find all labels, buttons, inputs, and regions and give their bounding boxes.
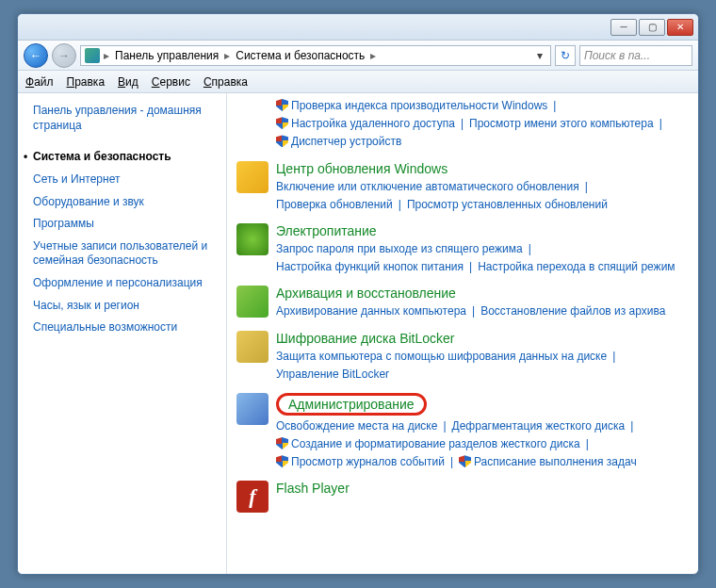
shield-icon — [459, 455, 471, 467]
sidebar-home[interactable]: Панель управления - домашняя страница — [33, 103, 222, 133]
link[interactable]: Просмотр журналов событий — [276, 453, 445, 471]
link[interactable]: Просмотр установленных обновлений — [407, 196, 608, 214]
category: fFlash Player — [236, 481, 689, 513]
link[interactable]: Освобождение места на диске — [276, 417, 437, 435]
link[interactable]: Настройка перехода в спящий режим — [478, 258, 675, 276]
breadcrumb-section[interactable]: Система и безопасность — [234, 49, 366, 62]
menu-tools[interactable]: Сервис — [152, 75, 190, 89]
category-title[interactable]: Flash Player — [276, 481, 689, 496]
chevron-icon[interactable]: ▸ — [102, 49, 111, 62]
breadcrumb-root[interactable]: Панель управления — [113, 49, 220, 62]
shield-icon — [276, 99, 288, 111]
category-links: Включение или отключение автоматического… — [276, 178, 689, 214]
category-title[interactable]: Архивация и восстановление — [276, 286, 689, 301]
sidebar-item[interactable]: Система и безопасность — [33, 146, 222, 169]
ic-flash-icon: f — [236, 481, 268, 513]
search-input[interactable]: Поиск в па... — [579, 45, 692, 66]
body: Панель управления - домашняя страница Си… — [18, 93, 698, 574]
sidebar-item[interactable]: Сеть и Интернет — [33, 169, 222, 191]
category-title[interactable]: Шифрование диска BitLocker — [276, 331, 689, 346]
window: ─ ▢ ✕ ← → ▸ Панель управления ▸ Система … — [17, 13, 699, 575]
link[interactable]: Просмотр имени этого компьютера — [469, 115, 654, 133]
category-title[interactable]: Администрирование — [276, 393, 427, 416]
link[interactable]: Настройка удаленного доступа — [276, 115, 455, 133]
ic-bitlocker-icon — [236, 331, 268, 363]
menu-help[interactable]: Справка — [203, 75, 248, 89]
ic-backup-icon — [236, 286, 268, 318]
ic-power-icon — [236, 223, 268, 255]
link[interactable]: Расписание выполнения задач — [459, 453, 637, 471]
menu-file[interactable]: Файл — [25, 75, 54, 89]
titlebar: ─ ▢ ✕ — [18, 14, 698, 41]
sidebar-item[interactable]: Специальные возможности — [33, 317, 222, 339]
ic-admin-icon — [236, 393, 268, 425]
shield-icon — [276, 117, 288, 129]
minimize-button[interactable]: ─ — [610, 19, 637, 36]
sidebar-item[interactable]: Программы — [33, 213, 222, 236]
menu-view[interactable]: Вид — [118, 75, 138, 89]
link[interactable]: Настройка функций кнопок питания — [276, 258, 464, 276]
shield-icon — [276, 135, 288, 147]
category: ЭлектропитаниеЗапрос пароля при выходе и… — [236, 223, 689, 276]
link[interactable]: Создание и форматирование разделов жестк… — [276, 435, 580, 453]
control-panel-icon — [85, 48, 100, 63]
category: Архивация и восстановлениеАрхивирование … — [236, 286, 689, 320]
sidebar-item[interactable]: Учетные записи пользователей и семейная … — [33, 236, 222, 272]
forward-button[interactable]: → — [52, 43, 76, 68]
address-dropdown-icon[interactable]: ▾ — [533, 49, 546, 62]
category-title[interactable]: Центр обновления Windows — [276, 161, 689, 176]
link[interactable]: Архивирование данных компьютера — [276, 302, 466, 320]
maximize-button[interactable]: ▢ — [639, 19, 665, 36]
sidebar: Панель управления - домашняя страница Си… — [18, 93, 227, 574]
address-bar[interactable]: ▸ Панель управления ▸ Система и безопасн… — [80, 45, 551, 66]
category-title[interactable]: Электропитание — [276, 223, 689, 238]
link[interactable]: Дефрагментация жесткого диска — [452, 417, 626, 435]
category: АдминистрированиеОсвобождение места на д… — [236, 393, 689, 472]
menubar: Файл Правка Вид Сервис Справка — [18, 71, 698, 93]
link[interactable]: Защита компьютера с помощью шифрования д… — [276, 348, 607, 366]
category: Центр обновления WindowsВключение или от… — [236, 161, 689, 214]
category-links: Защита компьютера с помощью шифрования д… — [276, 348, 689, 384]
link[interactable]: Проверка индекса производительности Wind… — [276, 97, 547, 115]
category-links: Освобождение места на диске|Дефрагментац… — [276, 417, 689, 472]
link[interactable]: Включение или отключение автоматического… — [276, 178, 579, 196]
link[interactable]: Восстановление файлов из архива — [480, 302, 665, 320]
category-links: Архивирование данных компьютера|Восстано… — [276, 302, 689, 320]
sidebar-item[interactable]: Оформление и персонализация — [33, 272, 222, 295]
link[interactable]: Диспетчер устройств — [276, 133, 401, 151]
chevron-icon[interactable]: ▸ — [368, 49, 378, 62]
close-button[interactable]: ✕ — [667, 19, 693, 36]
link[interactable]: Проверка обновлений — [276, 196, 393, 214]
sidebar-item[interactable]: Часы, язык и регион — [33, 295, 222, 318]
link[interactable]: Запрос пароля при выходе из спящего режи… — [276, 240, 523, 258]
sidebar-item[interactable]: Оборудование и звук — [33, 191, 222, 214]
ic-update-icon — [236, 161, 268, 193]
link[interactable]: Управление BitLocker — [276, 366, 389, 384]
top-links: Проверка индекса производительности Wind… — [276, 97, 689, 152]
content: Проверка индекса производительности Wind… — [227, 93, 698, 574]
category: Шифрование диска BitLockerЗащита компьют… — [236, 331, 689, 384]
chevron-icon[interactable]: ▸ — [222, 49, 232, 62]
shield-icon — [276, 455, 288, 467]
refresh-button[interactable]: ↻ — [555, 45, 576, 66]
navbar: ← → ▸ Панель управления ▸ Система и безо… — [18, 41, 698, 71]
shield-icon — [276, 437, 288, 449]
back-button[interactable]: ← — [24, 43, 48, 68]
menu-edit[interactable]: Правка — [67, 75, 106, 89]
category-links: Запрос пароля при выходе из спящего режи… — [276, 240, 689, 276]
